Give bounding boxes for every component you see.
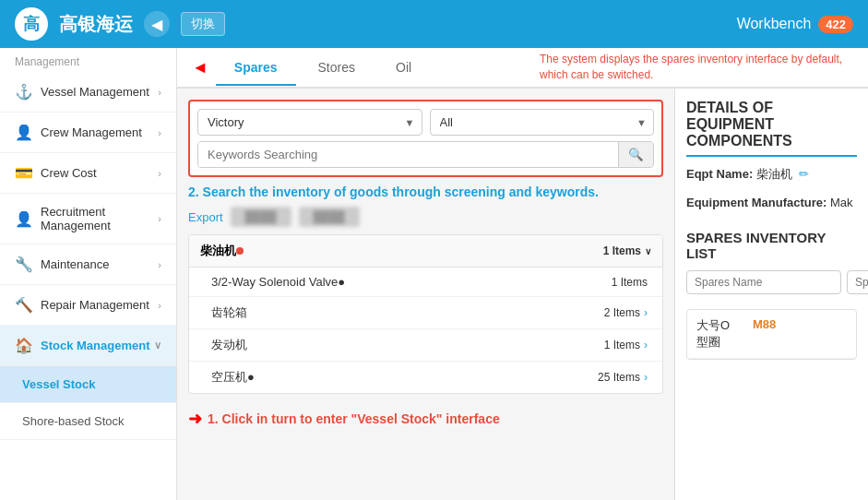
group-count: 1 Items ∨ <box>603 244 651 257</box>
header: 高 高银海运 ◀ 切换 Workbench 422 <box>0 0 868 48</box>
tab-oil[interactable]: Oil <box>377 51 430 86</box>
item-count: 2 Items › <box>604 306 648 319</box>
workbench-label: Workbench <box>737 16 812 32</box>
eqpt-name-label: Eqpt Name: <box>686 167 753 181</box>
crew-icon: 👤 <box>15 124 33 141</box>
arrow-right-bold-icon: ➜ <box>188 409 202 429</box>
sidebar-item-stock-management[interactable]: 🏠 Stock Management ∨ <box>0 326 176 366</box>
logo-icon: 高 <box>15 7 48 41</box>
content-area: ◄ Spares Stores Oil The system displays … <box>177 48 868 500</box>
item-group-header[interactable]: 柴油机 1 Items ∨ <box>189 235 662 268</box>
equipment-manufacture-row: Equipment Manufacture: Mak <box>686 196 857 209</box>
item-name: 发动机 <box>204 337 247 353</box>
spares-name-cell: 大号O型圈 <box>687 310 743 358</box>
sidebar-item-crew-management[interactable]: 👤 Crew Management › <box>0 113 176 153</box>
annotation-bottom: ➜ 1. Click in turn to enter "Vessel Stoc… <box>188 401 663 436</box>
arrow-right-icon: › <box>644 339 648 351</box>
tabs-bar: ◄ Spares Stores Oil The system displays … <box>177 48 868 89</box>
chevron-down-icon: ∨ <box>154 339 161 351</box>
spares-table-row: 大号O型圈 M88 <box>687 310 856 359</box>
header-right: Workbench 422 <box>737 16 853 33</box>
sidebar-item-label: Shore-based Stock <box>22 414 125 428</box>
search-button[interactable]: 🔍 <box>618 142 653 167</box>
chevron-right-icon: › <box>158 259 161 270</box>
eqpt-name-value: 柴油机 <box>756 167 792 181</box>
sidebar-item-label: Stock Management <box>41 339 149 352</box>
panels: Victory All Vessels ▼ All Category 1 ▼ <box>177 89 868 500</box>
tab-spares[interactable]: Spares <box>216 51 296 86</box>
notification-badge[interactable]: 422 <box>818 16 853 33</box>
sidebar-item-vessel-stock[interactable]: Vessel Stock <box>0 366 176 403</box>
recruitment-icon: 👤 <box>15 210 33 228</box>
sidebar-item-label: Vessel Management <box>41 85 149 99</box>
category-select[interactable]: All Category 1 <box>430 109 655 136</box>
spares-table: 大号O型圈 M88 <box>686 309 857 360</box>
item-count: 1 Items › <box>604 339 648 351</box>
search-input[interactable] <box>198 142 618 167</box>
sidebar-item-label: Recruitment Management <box>41 205 158 232</box>
search-row: 🔍 <box>197 141 654 168</box>
sidebar-item-label: Repair Management <box>41 298 149 312</box>
chevron-down-icon: ∨ <box>645 246 651 256</box>
list-item[interactable]: 空压机● 25 Items › <box>189 362 662 393</box>
logo-text: 高银海运 <box>59 12 133 37</box>
sidebar-item-shore-based-stock[interactable]: Shore-based Stock <box>0 403 176 440</box>
list-item[interactable]: 发动机 1 Items › <box>189 329 662 362</box>
list-item[interactable]: 3/2-Way Solenoid Valve● 1 Items <box>189 268 662 297</box>
spars-type-input[interactable] <box>847 270 868 294</box>
edit-icon[interactable]: ✏ <box>799 167 809 181</box>
sidebar-item-label: Crew Management <box>41 125 142 139</box>
chevron-right-icon: › <box>158 168 161 179</box>
home-icon: 🏠 <box>15 337 33 354</box>
sidebar-item-vessel-management[interactable]: ⚓ Vessel Management › <box>0 72 176 113</box>
vessel-select-wrapper: Victory All Vessels ▼ <box>197 109 422 136</box>
export-link[interactable]: Export <box>188 210 223 224</box>
left-panel: Victory All Vessels ▼ All Category 1 ▼ <box>177 89 675 500</box>
chevron-right-icon: › <box>158 87 161 98</box>
maintenance-icon: 🔧 <box>15 256 33 273</box>
sidebar-item-label: Crew Cost <box>41 166 97 180</box>
export-row: Export ████ ████ <box>188 207 663 227</box>
item-count: 25 Items › <box>598 371 648 384</box>
header-left: 高 高银海运 ◀ 切换 <box>15 7 225 41</box>
filter-box: Victory All Vessels ▼ All Category 1 ▼ <box>188 100 663 177</box>
main-layout: Management ⚓ Vessel Management › 👤 Crew … <box>0 48 868 500</box>
cost-icon: 💳 <box>15 164 33 182</box>
spares-filter <box>686 270 857 294</box>
sidebar: Management ⚓ Vessel Management › 👤 Crew … <box>0 48 177 500</box>
sidebar-item-maintenance[interactable]: 🔧 Maintenance › <box>0 244 176 285</box>
equipment-manufacture-label: Equipment Manufacture: <box>686 196 826 209</box>
right-panel: DETAILS OF EQUIPMENT COMPONENTS Eqpt Nam… <box>675 89 868 500</box>
sidebar-item-recruitment-management[interactable]: 👤 Recruitment Management › <box>0 194 176 244</box>
sidebar-item-label: Vessel Stock <box>22 377 96 391</box>
spars-type-cell: M88 <box>743 310 800 358</box>
management-label: Management <box>0 48 176 72</box>
annotation-top: The system displays the spares inventory… <box>540 52 853 83</box>
vessel-select[interactable]: Victory All Vessels <box>197 109 422 136</box>
blurred-button-1: ████ <box>231 207 291 227</box>
item-name: 齿轮箱 <box>204 304 247 321</box>
chevron-right-icon: › <box>158 213 161 224</box>
spares-name-input[interactable] <box>686 270 841 294</box>
list-item[interactable]: 齿轮箱 2 Items › <box>189 297 662 329</box>
spares-inventory-title: SPARES INVENTORY LIST <box>686 230 857 261</box>
arrow-right-icon: › <box>644 306 648 319</box>
sidebar-item-label: Maintenance <box>41 257 109 271</box>
sidebar-item-repair-management[interactable]: 🔨 Repair Management › <box>0 285 176 326</box>
arrow-right-icon: › <box>644 371 648 384</box>
right-panel-title: DETAILS OF EQUIPMENT COMPONENTS <box>686 100 857 157</box>
repair-icon: 🔨 <box>15 296 33 314</box>
blurred-button-2: ████ <box>299 207 360 227</box>
group-name: 柴油机 <box>200 243 244 259</box>
sidebar-item-crew-cost[interactable]: 💳 Crew Cost › <box>0 153 176 194</box>
item-count: 1 Items <box>612 276 648 289</box>
item-name: 3/2-Way Solenoid Valve● <box>204 275 345 289</box>
switch-button[interactable]: 切换 <box>181 12 225 36</box>
items-list: 柴油机 1 Items ∨ 3/2-Way Solenoid Valve● 1 … <box>188 234 663 394</box>
item-name: 空压机● <box>204 369 255 386</box>
category-select-wrapper: All Category 1 ▼ <box>430 109 655 136</box>
back-button[interactable]: ◀ <box>144 11 170 37</box>
chevron-right-icon: › <box>158 300 161 311</box>
tab-stores[interactable]: Stores <box>300 51 374 86</box>
equipment-manufacture-value: Mak <box>830 196 853 209</box>
